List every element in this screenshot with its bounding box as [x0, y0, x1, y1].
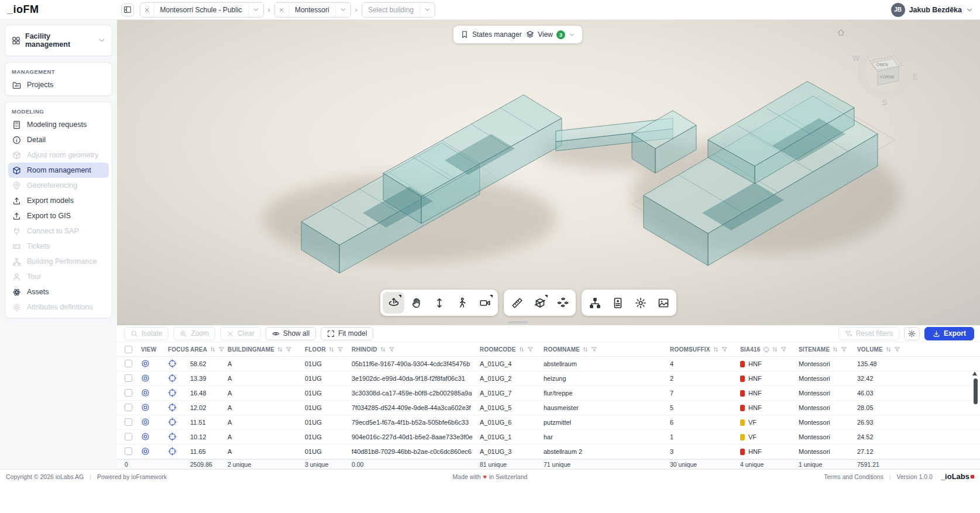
filter-icon[interactable] [591, 346, 597, 353]
sort-icon[interactable] [277, 346, 283, 353]
view-button[interactable]: View 3 [526, 30, 575, 39]
sort-icon[interactable] [518, 346, 525, 353]
terms-link[interactable]: Terms and Conditions [824, 473, 883, 480]
show-all-button[interactable]: Show all [266, 327, 316, 340]
column-header[interactable]: ROOMCODE [480, 346, 544, 353]
project-selector-chevron[interactable] [335, 3, 350, 17]
column-header[interactable]: SITENAME [799, 346, 857, 353]
sort-icon[interactable] [832, 346, 838, 353]
viewer-tool[interactable] [405, 292, 427, 314]
filter-icon[interactable] [721, 346, 728, 353]
table-row[interactable]: 11.65 A 01UG f40d81b8-7029-46bb-b2ae-c0c… [117, 445, 980, 459]
focus-room-icon[interactable] [168, 388, 177, 397]
sort-icon[interactable] [713, 346, 719, 353]
row-checkbox[interactable] [125, 360, 132, 367]
row-checkbox[interactable] [125, 418, 132, 426]
column-header[interactable] [125, 346, 141, 353]
sidebar-item[interactable]: Modeling requests [8, 117, 109, 132]
row-checkbox[interactable] [125, 447, 132, 455]
table-row[interactable]: 16.48 A 01UG 3c30308d-ca17-459e-b0f8-c2b… [117, 386, 980, 401]
column-header[interactable]: ROOMSUFFIX [670, 346, 740, 353]
view-room-icon[interactable] [141, 359, 150, 368]
row-checkbox[interactable] [125, 404, 132, 411]
sort-icon[interactable] [582, 346, 589, 353]
select-all-checkbox[interactable] [125, 346, 132, 353]
column-header[interactable]: VOLUME [857, 346, 980, 353]
focus-room-icon[interactable] [168, 447, 177, 456]
table-scrollbar[interactable] [974, 378, 978, 404]
view-room-icon[interactable] [141, 403, 150, 412]
home-view-icon[interactable] [837, 28, 845, 37]
filter-icon[interactable] [286, 346, 292, 353]
building-selector-chevron[interactable] [419, 2, 435, 18]
sort-icon[interactable] [209, 346, 216, 353]
view-room-icon[interactable] [141, 374, 150, 383]
table-row[interactable]: 11.51 A 01UG 79ecd5e1-f67a-4f1b-b52a-505… [117, 415, 980, 430]
view-room-icon[interactable] [141, 447, 150, 456]
project-selector[interactable]: Montessori [274, 2, 351, 18]
table-row[interactable]: 10.12 A 01UG 904e016c-227d-40d1-b5e2-8aa… [117, 430, 980, 445]
filter-icon[interactable] [894, 346, 900, 353]
focus-room-icon[interactable] [168, 432, 177, 441]
filter-icon[interactable] [337, 346, 343, 353]
building-model[interactable]: W E S OBEN VORNE [117, 20, 980, 325]
view-room-icon[interactable] [141, 432, 150, 441]
building-selector[interactable]: Select building [362, 2, 435, 18]
compass-widget[interactable]: W E S OBEN VORNE [852, 48, 918, 107]
viewer-tool[interactable] [383, 292, 404, 314]
sidebar-collapse-button[interactable] [121, 4, 134, 16]
viewer-tool[interactable] [552, 292, 573, 314]
viewer-tool[interactable] [506, 292, 528, 314]
viewer-tool[interactable] [474, 292, 496, 314]
row-checkbox[interactable] [125, 433, 132, 440]
module-selector[interactable]: Facility management [8, 28, 109, 53]
filter-icon[interactable] [780, 346, 787, 353]
filter-icon[interactable] [388, 346, 395, 353]
sidebar-item[interactable]: Assets [8, 284, 109, 299]
viewer-tool[interactable] [428, 292, 450, 314]
sort-icon[interactable] [772, 346, 778, 353]
site-clear-button[interactable] [140, 3, 154, 17]
site-selector-chevron[interactable] [248, 3, 263, 17]
table-row[interactable]: 58.62 A 01UG 05b11f6e-9167-490a-9304-4cd… [117, 357, 980, 371]
column-header[interactable]: BUILDINGNAME [228, 346, 305, 353]
sidebar-item[interactable]: Detail [8, 132, 109, 147]
sidebar-item[interactable]: Room management [8, 163, 109, 178]
view-room-icon[interactable] [141, 418, 150, 426]
viewer-tool[interactable] [451, 292, 473, 314]
focus-room-icon[interactable] [168, 418, 177, 426]
panel-resize-handle[interactable] [508, 321, 528, 323]
row-checkbox[interactable] [125, 374, 132, 382]
filter-icon[interactable] [527, 346, 534, 353]
viewer-tool[interactable] [652, 292, 674, 314]
focus-room-icon[interactable] [168, 403, 177, 412]
column-header[interactable]: AREA [190, 346, 228, 353]
column-header[interactable]: VIEW [141, 346, 168, 353]
sort-icon[interactable] [328, 346, 335, 353]
fit-model-button[interactable]: Fit model [321, 327, 373, 340]
scroll-up-arrow[interactable] [972, 371, 977, 376]
states-manager-button[interactable]: States manager [460, 30, 522, 39]
sidebar-item[interactable]: Export models [8, 193, 109, 208]
table-settings-button[interactable] [904, 327, 920, 340]
viewer-tool[interactable] [607, 292, 628, 314]
sidebar-item[interactable]: Projects [8, 77, 109, 92]
filter-icon[interactable] [218, 346, 225, 353]
export-button[interactable]: Export [924, 327, 974, 340]
table-row[interactable]: 13.39 A 01UG 3e1902dc-e99d-40da-9f18-f2f… [117, 371, 980, 386]
column-header[interactable]: FLOOR [305, 346, 352, 353]
column-header[interactable]: RHINOID [352, 346, 480, 353]
project-clear-button[interactable] [275, 3, 289, 17]
column-header[interactable]: ROOMNAME [544, 346, 670, 353]
palette-icon[interactable] [763, 346, 769, 353]
table-row[interactable]: 12.02 A 01UG 7f034285-d524-409e-9de8-44a… [117, 401, 980, 415]
viewer-3d[interactable]: W E S OBEN VORNE [117, 20, 980, 325]
column-header[interactable]: FOCUS [168, 346, 190, 353]
view-room-icon[interactable] [141, 388, 150, 397]
column-header[interactable]: SIA416 [740, 346, 799, 353]
filter-icon[interactable] [841, 346, 847, 353]
sort-icon[interactable] [380, 346, 386, 353]
viewer-tool[interactable] [630, 292, 651, 314]
viewer-tool[interactable] [584, 292, 606, 314]
viewer-tool[interactable] [529, 292, 551, 314]
